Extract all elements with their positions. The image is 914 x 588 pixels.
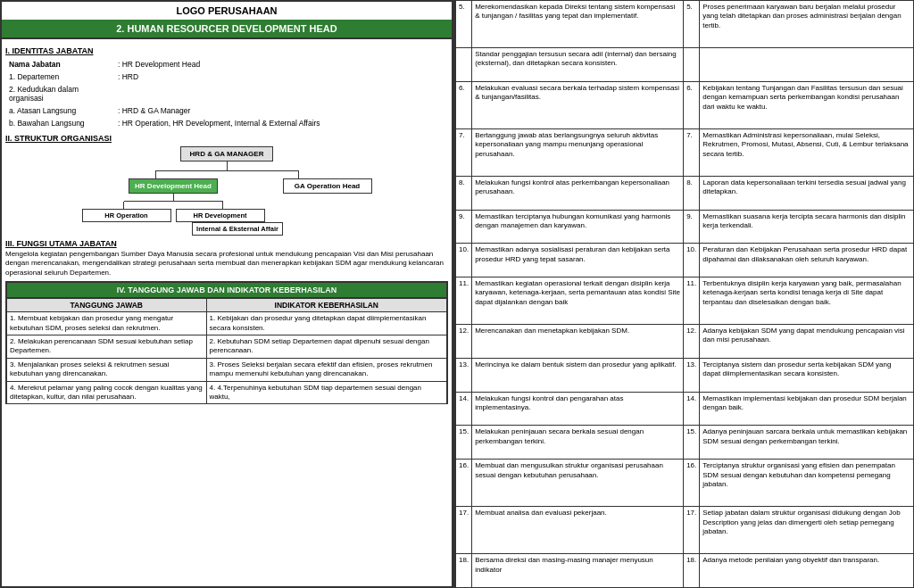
row-num-right: 13. bbox=[684, 358, 700, 392]
row-num-right: 5. bbox=[684, 1, 700, 48]
atasan-value: : HRD & GA Manager bbox=[116, 105, 446, 116]
right-tj-cell: Memastikan adanya sosialisasi peraturan … bbox=[472, 244, 684, 277]
row-num-left: 10. bbox=[456, 244, 472, 277]
table-row: 15.Melakukan peninjauan secara berkala s… bbox=[456, 426, 914, 460]
nama-jabatan-label: Nama Jabatan bbox=[7, 59, 114, 70]
table-row: 14.Melakukan fungsi kontrol dan pengarah… bbox=[456, 392, 914, 426]
right-ik-cell bbox=[700, 48, 914, 82]
right-tj-cell: Merekomendasikan kepada Direksi tentang … bbox=[472, 1, 684, 48]
right-ik-cell: Terbentuknya disiplin kerja karyawan yan… bbox=[700, 277, 914, 325]
table-row: Standar penggajian tersusun secara adil … bbox=[456, 48, 914, 82]
right-ik-cell: Adanya kebijakan SDM yang dapat mendukun… bbox=[700, 325, 914, 359]
right-ik-cell: Proses penerimaan karyawan baru berjalan… bbox=[700, 1, 914, 48]
table-row: 18.Bersama direksi dan masing-masing man… bbox=[456, 554, 914, 588]
org-hr-development: HR Development bbox=[176, 209, 265, 222]
row-num-right: 8. bbox=[684, 176, 700, 210]
right-tj-cell: Bersama direksi dan masing-masing manaje… bbox=[472, 554, 684, 588]
right-tj-cell: Memastikan terciptanya hubungan komunika… bbox=[472, 210, 684, 244]
section2-title: II. STRUKTUR ORGANISASI bbox=[5, 134, 448, 143]
identity-table: Nama Jabatan : HR Development Head 1. De… bbox=[5, 57, 448, 130]
right-tj-cell: Melakukan fungsi kontrol atas perkembang… bbox=[472, 176, 684, 210]
org-hr-operation: HR Operation bbox=[82, 209, 171, 222]
bawahan-label: b. Bawahan Langsung bbox=[7, 118, 114, 128]
kedudukan-label: 2. Kedudukan dalam organisasi bbox=[7, 84, 114, 104]
right-ik-cell: Laporan data kepersonaliaan terkini ters… bbox=[700, 176, 914, 210]
row-num-right bbox=[684, 48, 700, 82]
row-num-left: 17. bbox=[456, 507, 472, 554]
org-ga-operation-head: GA Operation Head bbox=[283, 178, 372, 194]
right-ik-cell: Setiap jabatan dalam struktur organisasi… bbox=[700, 507, 914, 554]
row-num-left: 14. bbox=[456, 392, 472, 426]
row-num-right: 18. bbox=[684, 554, 700, 588]
right-tj-cell: Merencanakan dan menetapkan kebijakan SD… bbox=[472, 325, 684, 359]
right-tj-cell: Melakukan evaluasi secara berkala terhad… bbox=[472, 81, 684, 128]
table-row: 1. Membuat kebijakan dan prosedur yang m… bbox=[7, 312, 447, 335]
row-num-left: 8. bbox=[456, 176, 472, 210]
row-num-right: 15. bbox=[684, 426, 700, 460]
row-num-left: 5. bbox=[456, 1, 472, 48]
right-tj-cell: Melakukan peninjauan secara berkala sesu… bbox=[472, 426, 684, 460]
ik-cell-4: 4. 4.Terpenuhinya kebutuhan SDM tiap dep… bbox=[206, 381, 447, 404]
tj-cell-2: 2. Melakukan perencanaan SDM sesuai kebu… bbox=[7, 335, 207, 358]
kedudukan-value bbox=[116, 84, 446, 104]
table-row: 5.Merekomendasikan kepada Direksi tentan… bbox=[456, 1, 914, 48]
right-tj-cell: Membuat dan mengusulkan struktur organis… bbox=[472, 460, 684, 507]
row-num-right: 9. bbox=[684, 210, 700, 244]
tj-table: TANGGUNG JAWAB INDIKATOR KEBERHASILAN 1.… bbox=[6, 298, 447, 404]
right-ik-cell: Kebijakan tentang Tunjangan dan Fasilita… bbox=[700, 81, 914, 128]
row-num-left: 18. bbox=[456, 554, 472, 588]
row-num-right: 11. bbox=[684, 277, 700, 325]
table-row: 16.Membuat dan mengusulkan struktur orga… bbox=[456, 460, 914, 507]
departemen-value: : HRD bbox=[116, 71, 446, 82]
tj-cell-3: 3. Menjalankan proses seleksi & rekrutme… bbox=[7, 358, 207, 381]
row-num-left: 9. bbox=[456, 210, 472, 244]
ik-cell-2: 2. Kebutuhan SDM setiap Departemen dapat… bbox=[206, 335, 447, 358]
table-row: 6.Melakukan evaluasi secara berkala terh… bbox=[456, 81, 914, 128]
org-top-box: HRD & GA MANAGER bbox=[180, 146, 274, 161]
bawahan-value: : HR Operation, HR Development, Internal… bbox=[116, 118, 446, 128]
table-row: 8.Melakukan fungsi kontrol atas perkemba… bbox=[456, 176, 914, 210]
section1-title: I. IDENTITAS JABATAN bbox=[5, 46, 448, 55]
table-row: 17.Membuat analisa dan evaluasi pekerjaa… bbox=[456, 507, 914, 554]
left-content: I. IDENTITAS JABATAN Nama Jabatan : HR D… bbox=[0, 39, 453, 588]
logo-header: LOGO PERUSAHAAN bbox=[0, 0, 453, 20]
row-num-left: 6. bbox=[456, 81, 472, 128]
row-num-right: 7. bbox=[684, 128, 700, 176]
table-row: 2. Melakukan perencanaan SDM sesuai kebu… bbox=[7, 335, 447, 358]
right-tj-cell: Melakukan fungsi kontrol dan pengarahan … bbox=[472, 392, 684, 426]
row-num-right: 10. bbox=[684, 244, 700, 277]
section3-title: III. FUNGSI UTAMA JABATAN bbox=[5, 239, 448, 248]
row-num-left: 16. bbox=[456, 460, 472, 507]
row-num-right: 6. bbox=[684, 81, 700, 128]
right-table: 5.Merekomendasikan kepada Direksi tentan… bbox=[455, 0, 914, 588]
org-chart: HRD & GA MANAGER bbox=[5, 146, 448, 236]
right-ik-cell: Memastikan suasana kerja tercipta secara… bbox=[700, 210, 914, 244]
row-num-left: 11. bbox=[456, 277, 472, 325]
right-ik-cell: Adanya peninjauan sarcara berkala untuk … bbox=[700, 426, 914, 460]
row-num-right: 17. bbox=[684, 507, 700, 554]
nama-jabatan-value: : HR Development Head bbox=[116, 59, 446, 70]
org-internal-eksternal: Internal & Eksternal Affair bbox=[192, 222, 283, 236]
table-row: 12.Merencanakan dan menetapkan kebijakan… bbox=[456, 325, 914, 359]
right-tj-cell: Bertanggung jawab atas berlangsungnya se… bbox=[472, 128, 684, 176]
tj-cell-4: 4. Merekrut pelamar yang paling cocok de… bbox=[7, 381, 207, 404]
right-ik-cell: Adanya metode penilaian yang obyektif da… bbox=[700, 554, 914, 588]
atasan-label: a. Atasan Langsung bbox=[7, 105, 114, 116]
row-num-left: 7. bbox=[456, 128, 472, 176]
tj-cell-1: 1. Membuat kebijakan dan prosedur yang m… bbox=[7, 312, 207, 335]
right-tj-cell: Merincinya ke dalam bentuk sistem dan pr… bbox=[472, 358, 684, 392]
org-hr-dev-head: HR Development Head bbox=[129, 178, 218, 194]
table-row: 9.Memastikan terciptanya hubungan komuni… bbox=[456, 210, 914, 244]
right-ik-cell: Memastikan Administrasi kepersonaliaan, … bbox=[700, 128, 914, 176]
table-row: 13.Merincinya ke dalam bentuk sistem dan… bbox=[456, 358, 914, 392]
col2-header: INDIKATOR KEBERHASILAN bbox=[206, 299, 447, 312]
row-num-left: 15. bbox=[456, 426, 472, 460]
row-num-left: 13. bbox=[456, 358, 472, 392]
section4-title: IV. TANGGUNG JAWAB DAN INDIKATOR KEBERHA… bbox=[6, 282, 447, 298]
row-num-right: 12. bbox=[684, 325, 700, 359]
table-row: 3. Menjalankan proses seleksi & rekrutme… bbox=[7, 358, 447, 381]
ik-cell-1: 1. Kebijakan dan prosedur yang ditetapka… bbox=[206, 312, 447, 335]
ik-cell-3: 3. Proses Seleksi berjalan secara efekti… bbox=[206, 358, 447, 381]
table-row: 10.Memastikan adanya sosialisasi peratur… bbox=[456, 244, 914, 277]
right-ik-cell: Terciptanya struktur organisasi yang efi… bbox=[700, 460, 914, 507]
